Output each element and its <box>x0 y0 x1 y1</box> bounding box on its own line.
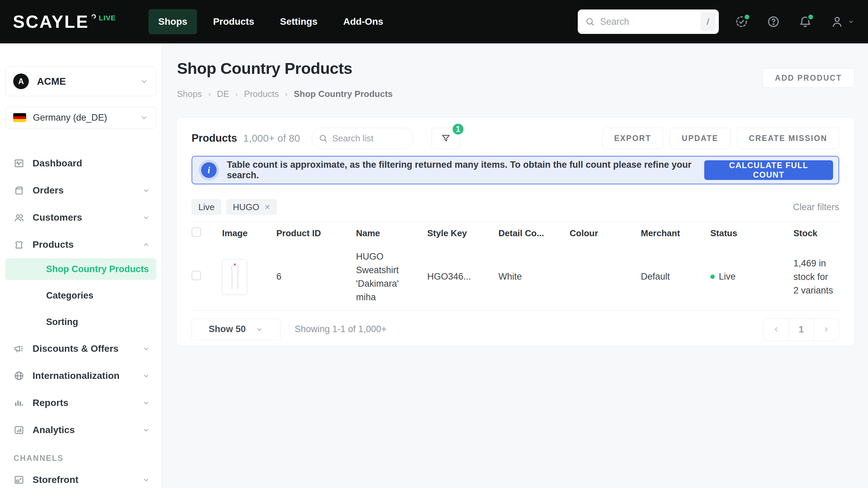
clear-filters-link[interactable]: Clear filters <box>793 202 839 212</box>
sidebar-item-products[interactable]: Products <box>5 231 156 258</box>
global-search-input[interactable] <box>599 16 701 27</box>
row-checkbox[interactable] <box>192 271 201 280</box>
filter-chip-live[interactable]: Live <box>192 199 221 215</box>
help-button[interactable] <box>766 15 781 29</box>
notifications-button[interactable] <box>798 15 812 29</box>
top-nav-addons[interactable]: Add-Ons <box>333 9 393 34</box>
filter-button[interactable]: 1 <box>432 128 460 149</box>
breadcrumb-products[interactable]: Products <box>244 89 279 99</box>
status-badge: Live <box>710 271 791 282</box>
column-header-detail[interactable]: Detail Co... <box>498 222 570 244</box>
chevron-down-icon <box>142 476 150 484</box>
main-content: Shop Country Products Shops › DE › Produ… <box>162 43 868 488</box>
list-search[interactable] <box>312 128 413 149</box>
filter-chip-hugo[interactable]: HUGO × <box>226 199 277 215</box>
chevron-down-icon <box>142 426 150 434</box>
filter-count-badge: 1 <box>452 123 465 136</box>
breadcrumb-de[interactable]: DE <box>217 89 229 99</box>
sidebar-item-orders[interactable]: Orders <box>5 177 156 204</box>
breadcrumb-separator-icon: › <box>208 89 211 99</box>
sidebar-item-discounts-offers[interactable]: Discounts & Offers <box>5 335 156 362</box>
cell-stock: 1,469 in stock for 2 variants <box>793 257 835 297</box>
column-header-name[interactable]: Name <box>356 222 427 244</box>
cell-detail: White <box>498 243 570 310</box>
table-row[interactable]: 6 HUGO Sweatshirt 'Dakimara' miha HGO346… <box>192 243 839 310</box>
add-product-button[interactable]: ADD PRODUCT <box>763 68 854 88</box>
approximate-count-banner: i Table count is approximate, as the fil… <box>192 156 839 184</box>
chevron-down-icon <box>140 113 149 122</box>
sidebar-item-label: Customers <box>33 212 82 223</box>
cell-product-id: 6 <box>276 243 356 310</box>
export-button[interactable]: EXPORT <box>602 128 663 149</box>
tasks-status-button[interactable] <box>734 15 749 29</box>
sidebar-item-analytics[interactable]: Analytics <box>5 416 156 444</box>
breadcrumb-current: Shop Country Products <box>294 89 393 99</box>
top-nav-settings[interactable]: Settings <box>270 9 327 34</box>
page-size-select[interactable]: Show 50 <box>192 319 280 340</box>
table-options-kebab-icon[interactable]: ⋮ <box>837 222 839 244</box>
sidebar-item-label: Storefront <box>33 474 78 485</box>
cell-style-key: HGO346... <box>427 243 498 310</box>
scayle-logo[interactable]: SCAYLE LIVE <box>13 12 116 32</box>
previous-page-button[interactable] <box>764 319 789 340</box>
shop-country-selector[interactable]: Germany (de_DE) <box>5 107 156 128</box>
bar-chart-icon <box>14 398 24 408</box>
column-header-image[interactable]: Image <box>222 222 276 244</box>
chevron-left-icon <box>772 326 780 333</box>
top-navigation: Shops Products Settings Add-Ons <box>149 9 393 34</box>
analytics-icon <box>14 425 24 435</box>
topbar-icons <box>734 15 854 29</box>
products-tshirt-icon <box>14 239 24 250</box>
company-selector[interactable]: A ACME <box>5 66 156 96</box>
user-menu[interactable] <box>830 15 854 29</box>
breadcrumb-separator-icon: › <box>285 89 288 99</box>
column-header-status[interactable]: Status <box>710 222 793 244</box>
card-header: Products 1,000+ of 80 1 EXPORT UPDATE CR… <box>192 127 839 149</box>
page-title: Shop Country Products <box>177 60 854 77</box>
global-search[interactable]: / <box>578 9 719 34</box>
dashboard-icon <box>14 158 24 169</box>
sidebar-item-dashboard[interactable]: Dashboard <box>5 150 156 177</box>
germany-flag-icon <box>13 113 26 122</box>
banner-message: Table count is approximate, as the filte… <box>227 160 704 181</box>
user-avatar-button <box>830 15 844 29</box>
pagination: 1 <box>763 318 839 341</box>
sidebar-item-shop-country-products[interactable]: Shop Country Products <box>5 258 156 280</box>
chevron-down-icon <box>142 186 150 195</box>
select-all-checkbox[interactable] <box>192 227 201 237</box>
table-footer: Show 50 Showing 1-1 of 1,000+ 1 <box>192 318 839 341</box>
create-mission-button[interactable]: CREATE MISSION <box>737 128 839 149</box>
search-shortcut-key: / <box>701 12 715 31</box>
column-header-merchant[interactable]: Merchant <box>641 222 710 244</box>
status-label: Live <box>719 271 736 282</box>
info-icon: i <box>201 162 217 178</box>
column-header-stock[interactable]: Stock <box>793 222 837 244</box>
chevron-down-icon <box>848 18 854 25</box>
shop-country-label: Germany (de_DE) <box>33 113 107 123</box>
current-page-number[interactable]: 1 <box>789 319 814 340</box>
tasks-notification-dot <box>743 13 751 21</box>
next-page-button[interactable] <box>814 319 839 340</box>
breadcrumb-shops[interactable]: Shops <box>177 89 202 99</box>
sidebar-item-customers[interactable]: Customers <box>5 204 156 231</box>
column-header-style-key[interactable]: Style Key <box>427 222 498 244</box>
calculate-full-count-button[interactable]: CALCULATE FULL COUNT <box>704 160 833 180</box>
sidebar-item-storefront[interactable]: Storefront <box>5 466 156 488</box>
list-search-input[interactable] <box>332 133 406 144</box>
top-nav-products[interactable]: Products <box>203 9 264 34</box>
customers-icon <box>14 212 24 223</box>
topbar: SCAYLE LIVE Shops Products Settings Add-… <box>0 0 868 43</box>
update-button[interactable]: UPDATE <box>670 128 730 149</box>
sidebar-navigation: Dashboard Orders Customers Products Shop… <box>5 150 156 488</box>
sidebar-item-reports[interactable]: Reports <box>5 389 156 416</box>
column-header-product-id[interactable]: Product ID <box>276 222 356 244</box>
sidebar-item-label: Analytics <box>33 425 75 435</box>
chevron-down-icon <box>140 77 149 86</box>
sidebar-item-categories[interactable]: Categories <box>5 282 156 309</box>
top-nav-shops[interactable]: Shops <box>149 9 197 34</box>
close-icon[interactable]: × <box>265 202 270 212</box>
product-thumbnail[interactable] <box>222 259 247 294</box>
sidebar-item-sorting[interactable]: Sorting <box>5 309 156 335</box>
sidebar-item-internationalization[interactable]: Internationalization <box>5 362 156 389</box>
column-header-colour[interactable]: Colour <box>570 222 641 244</box>
